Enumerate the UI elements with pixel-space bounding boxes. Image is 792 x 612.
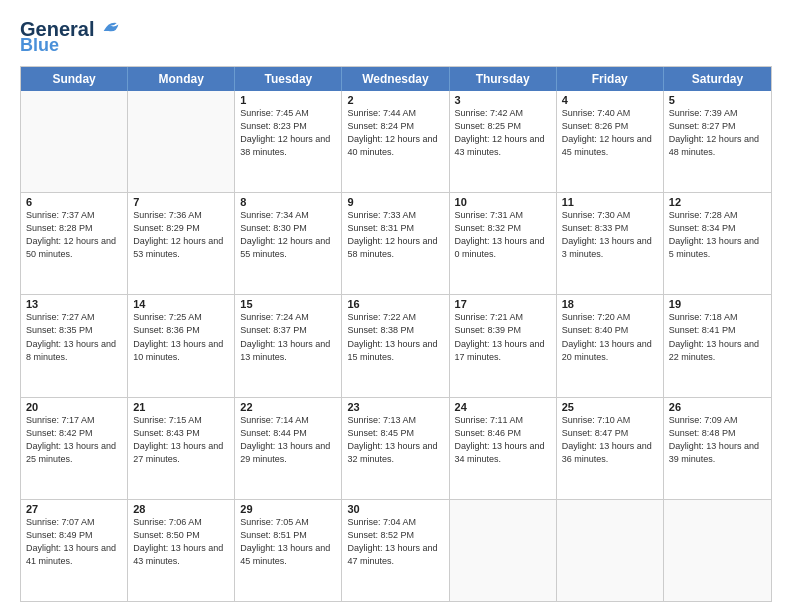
day-number: 3 [455, 94, 551, 106]
header-day-friday: Friday [557, 67, 664, 91]
day-cell-11: 11Sunrise: 7:30 AMSunset: 8:33 PMDayligh… [557, 193, 664, 294]
header-day-saturday: Saturday [664, 67, 771, 91]
sun-info: Sunrise: 7:24 AMSunset: 8:37 PMDaylight:… [240, 311, 336, 363]
day-number: 11 [562, 196, 658, 208]
day-number: 8 [240, 196, 336, 208]
day-number: 12 [669, 196, 766, 208]
day-cell-18: 18Sunrise: 7:20 AMSunset: 8:40 PMDayligh… [557, 295, 664, 396]
sun-info: Sunrise: 7:15 AMSunset: 8:43 PMDaylight:… [133, 414, 229, 466]
sun-info: Sunrise: 7:28 AMSunset: 8:34 PMDaylight:… [669, 209, 766, 261]
day-number: 16 [347, 298, 443, 310]
header-day-monday: Monday [128, 67, 235, 91]
day-number: 1 [240, 94, 336, 106]
calendar-week-5: 27Sunrise: 7:07 AMSunset: 8:49 PMDayligh… [21, 499, 771, 601]
header-day-tuesday: Tuesday [235, 67, 342, 91]
empty-cell [664, 500, 771, 601]
day-cell-6: 6Sunrise: 7:37 AMSunset: 8:28 PMDaylight… [21, 193, 128, 294]
day-cell-26: 26Sunrise: 7:09 AMSunset: 8:48 PMDayligh… [664, 398, 771, 499]
day-cell-12: 12Sunrise: 7:28 AMSunset: 8:34 PMDayligh… [664, 193, 771, 294]
day-cell-23: 23Sunrise: 7:13 AMSunset: 8:45 PMDayligh… [342, 398, 449, 499]
day-cell-1: 1Sunrise: 7:45 AMSunset: 8:23 PMDaylight… [235, 91, 342, 192]
day-cell-21: 21Sunrise: 7:15 AMSunset: 8:43 PMDayligh… [128, 398, 235, 499]
day-cell-27: 27Sunrise: 7:07 AMSunset: 8:49 PMDayligh… [21, 500, 128, 601]
sun-info: Sunrise: 7:36 AMSunset: 8:29 PMDaylight:… [133, 209, 229, 261]
day-number: 10 [455, 196, 551, 208]
sun-info: Sunrise: 7:34 AMSunset: 8:30 PMDaylight:… [240, 209, 336, 261]
day-number: 14 [133, 298, 229, 310]
logo-bird-icon [102, 18, 120, 36]
calendar-header: SundayMondayTuesdayWednesdayThursdayFrid… [21, 67, 771, 91]
day-number: 23 [347, 401, 443, 413]
header-day-thursday: Thursday [450, 67, 557, 91]
day-cell-28: 28Sunrise: 7:06 AMSunset: 8:50 PMDayligh… [128, 500, 235, 601]
day-cell-5: 5Sunrise: 7:39 AMSunset: 8:27 PMDaylight… [664, 91, 771, 192]
day-number: 18 [562, 298, 658, 310]
day-cell-7: 7Sunrise: 7:36 AMSunset: 8:29 PMDaylight… [128, 193, 235, 294]
calendar-body: 1Sunrise: 7:45 AMSunset: 8:23 PMDaylight… [21, 91, 771, 601]
sun-info: Sunrise: 7:40 AMSunset: 8:26 PMDaylight:… [562, 107, 658, 159]
logo: General Blue [20, 18, 120, 56]
sun-info: Sunrise: 7:17 AMSunset: 8:42 PMDaylight:… [26, 414, 122, 466]
empty-cell [450, 500, 557, 601]
day-cell-24: 24Sunrise: 7:11 AMSunset: 8:46 PMDayligh… [450, 398, 557, 499]
calendar-week-2: 6Sunrise: 7:37 AMSunset: 8:28 PMDaylight… [21, 192, 771, 294]
day-number: 15 [240, 298, 336, 310]
day-number: 6 [26, 196, 122, 208]
sun-info: Sunrise: 7:44 AMSunset: 8:24 PMDaylight:… [347, 107, 443, 159]
sun-info: Sunrise: 7:30 AMSunset: 8:33 PMDaylight:… [562, 209, 658, 261]
sun-info: Sunrise: 7:25 AMSunset: 8:36 PMDaylight:… [133, 311, 229, 363]
day-cell-9: 9Sunrise: 7:33 AMSunset: 8:31 PMDaylight… [342, 193, 449, 294]
sun-info: Sunrise: 7:27 AMSunset: 8:35 PMDaylight:… [26, 311, 122, 363]
day-cell-20: 20Sunrise: 7:17 AMSunset: 8:42 PMDayligh… [21, 398, 128, 499]
sun-info: Sunrise: 7:21 AMSunset: 8:39 PMDaylight:… [455, 311, 551, 363]
day-number: 27 [26, 503, 122, 515]
sun-info: Sunrise: 7:33 AMSunset: 8:31 PMDaylight:… [347, 209, 443, 261]
empty-cell [21, 91, 128, 192]
calendar-week-3: 13Sunrise: 7:27 AMSunset: 8:35 PMDayligh… [21, 294, 771, 396]
sun-info: Sunrise: 7:22 AMSunset: 8:38 PMDaylight:… [347, 311, 443, 363]
day-cell-16: 16Sunrise: 7:22 AMSunset: 8:38 PMDayligh… [342, 295, 449, 396]
sun-info: Sunrise: 7:45 AMSunset: 8:23 PMDaylight:… [240, 107, 336, 159]
sun-info: Sunrise: 7:09 AMSunset: 8:48 PMDaylight:… [669, 414, 766, 466]
sun-info: Sunrise: 7:31 AMSunset: 8:32 PMDaylight:… [455, 209, 551, 261]
header-day-wednesday: Wednesday [342, 67, 449, 91]
day-number: 20 [26, 401, 122, 413]
empty-cell [557, 500, 664, 601]
day-cell-19: 19Sunrise: 7:18 AMSunset: 8:41 PMDayligh… [664, 295, 771, 396]
day-cell-30: 30Sunrise: 7:04 AMSunset: 8:52 PMDayligh… [342, 500, 449, 601]
day-cell-10: 10Sunrise: 7:31 AMSunset: 8:32 PMDayligh… [450, 193, 557, 294]
sun-info: Sunrise: 7:05 AMSunset: 8:51 PMDaylight:… [240, 516, 336, 568]
day-cell-15: 15Sunrise: 7:24 AMSunset: 8:37 PMDayligh… [235, 295, 342, 396]
day-number: 29 [240, 503, 336, 515]
day-number: 2 [347, 94, 443, 106]
header-day-sunday: Sunday [21, 67, 128, 91]
day-number: 7 [133, 196, 229, 208]
sun-info: Sunrise: 7:13 AMSunset: 8:45 PMDaylight:… [347, 414, 443, 466]
day-cell-2: 2Sunrise: 7:44 AMSunset: 8:24 PMDaylight… [342, 91, 449, 192]
empty-cell [128, 91, 235, 192]
day-number: 17 [455, 298, 551, 310]
day-cell-3: 3Sunrise: 7:42 AMSunset: 8:25 PMDaylight… [450, 91, 557, 192]
day-number: 25 [562, 401, 658, 413]
calendar-week-4: 20Sunrise: 7:17 AMSunset: 8:42 PMDayligh… [21, 397, 771, 499]
day-number: 22 [240, 401, 336, 413]
page: General Blue SundayMondayTuesdayWednesda… [0, 0, 792, 612]
day-number: 24 [455, 401, 551, 413]
day-cell-29: 29Sunrise: 7:05 AMSunset: 8:51 PMDayligh… [235, 500, 342, 601]
day-cell-14: 14Sunrise: 7:25 AMSunset: 8:36 PMDayligh… [128, 295, 235, 396]
day-number: 26 [669, 401, 766, 413]
day-cell-4: 4Sunrise: 7:40 AMSunset: 8:26 PMDaylight… [557, 91, 664, 192]
day-cell-17: 17Sunrise: 7:21 AMSunset: 8:39 PMDayligh… [450, 295, 557, 396]
sun-info: Sunrise: 7:10 AMSunset: 8:47 PMDaylight:… [562, 414, 658, 466]
sun-info: Sunrise: 7:07 AMSunset: 8:49 PMDaylight:… [26, 516, 122, 568]
day-number: 19 [669, 298, 766, 310]
day-cell-22: 22Sunrise: 7:14 AMSunset: 8:44 PMDayligh… [235, 398, 342, 499]
day-number: 5 [669, 94, 766, 106]
header: General Blue [20, 18, 772, 56]
day-cell-25: 25Sunrise: 7:10 AMSunset: 8:47 PMDayligh… [557, 398, 664, 499]
day-number: 28 [133, 503, 229, 515]
day-cell-8: 8Sunrise: 7:34 AMSunset: 8:30 PMDaylight… [235, 193, 342, 294]
sun-info: Sunrise: 7:06 AMSunset: 8:50 PMDaylight:… [133, 516, 229, 568]
sun-info: Sunrise: 7:39 AMSunset: 8:27 PMDaylight:… [669, 107, 766, 159]
day-cell-13: 13Sunrise: 7:27 AMSunset: 8:35 PMDayligh… [21, 295, 128, 396]
